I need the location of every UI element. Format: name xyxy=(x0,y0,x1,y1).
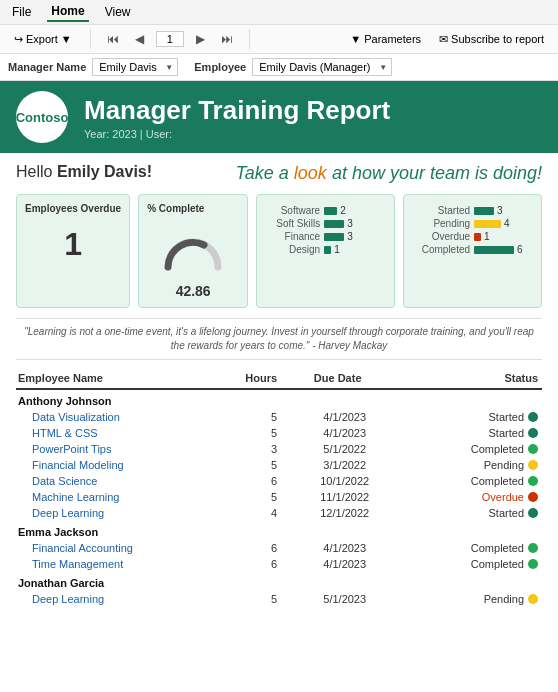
employee-name: Emma Jackson xyxy=(16,521,542,540)
course-hours: 5 xyxy=(218,489,281,505)
status-row: Started 3 xyxy=(412,205,533,216)
status-bar-fill xyxy=(474,246,514,254)
status-dot-icon xyxy=(528,428,538,438)
category-row: Finance 3 xyxy=(265,231,386,242)
course-hours: 5 xyxy=(218,457,281,473)
status-row: Pending 4 xyxy=(412,218,533,229)
table-row: PowerPoint Tips 3 5/1/2022 Completed xyxy=(16,441,542,457)
status-text: Completed xyxy=(471,475,524,487)
nav-prev-button[interactable]: ◀ xyxy=(131,31,148,47)
employee-select-wrap[interactable]: Emily Davis (Manager) xyxy=(252,58,392,76)
parameters-button[interactable]: ▼ Parameters xyxy=(344,31,427,47)
course-status: Completed xyxy=(396,441,542,457)
category-row: Software 2 xyxy=(265,205,386,216)
course-due: 3/1/2022 xyxy=(281,457,396,473)
status-dot-icon xyxy=(528,412,538,422)
status-row: Completed 6 xyxy=(412,244,533,255)
course-due: 12/1/2022 xyxy=(281,505,396,521)
status-label: Started xyxy=(412,205,470,216)
status-bar-wrap: 3 xyxy=(474,205,503,216)
employee-filter-group: Employee Emily Davis (Manager) xyxy=(194,58,392,76)
menu-file[interactable]: File xyxy=(8,3,35,21)
course-status: Started xyxy=(396,409,542,425)
status-dot-icon xyxy=(528,594,538,604)
status-label: Completed xyxy=(412,244,470,255)
course-status: Started xyxy=(396,505,542,521)
table-row: Jonathan Garcia xyxy=(16,572,542,591)
table-row: HTML & CSS 5 4/1/2023 Started xyxy=(16,425,542,441)
category-name: Design xyxy=(265,244,320,255)
course-hours: 5 xyxy=(218,409,281,425)
page-number-input[interactable] xyxy=(156,31,184,47)
overdue-label: Employees Overdue xyxy=(25,203,121,214)
status-count: 6 xyxy=(517,244,523,255)
category-count: 2 xyxy=(340,205,346,216)
table-row: Financial Modeling 5 3/1/2022 Pending xyxy=(16,457,542,473)
parameters-icon: ▼ xyxy=(350,33,361,45)
status-text: Completed xyxy=(471,558,524,570)
status-text: Pending xyxy=(484,593,524,605)
toolbar-separator xyxy=(90,29,91,49)
course-due: 10/1/2022 xyxy=(281,473,396,489)
status-text: Started xyxy=(489,411,524,423)
logo: Contoso xyxy=(16,91,68,143)
menu-home[interactable]: Home xyxy=(47,2,88,22)
course-status: Started xyxy=(396,425,542,441)
nav-last-button[interactable]: ⏭ xyxy=(217,31,237,47)
report-title: Manager Training Report xyxy=(84,95,390,126)
manager-filter-group: Manager Name Emily Davis xyxy=(8,58,178,76)
tagline-post: at how your team is doing! xyxy=(327,163,542,183)
status-dot-icon xyxy=(528,559,538,569)
col-employee-name: Employee Name xyxy=(16,368,218,389)
course-name: Deep Learning xyxy=(16,591,218,607)
greeting-text: Hello xyxy=(16,163,57,180)
manager-select-wrap[interactable]: Emily Davis xyxy=(92,58,178,76)
status-dot-icon xyxy=(528,444,538,454)
course-hours: 6 xyxy=(218,473,281,489)
tagline-highlight: look xyxy=(294,163,327,183)
status-count: 3 xyxy=(497,205,503,216)
category-row: Design 1 xyxy=(265,244,386,255)
menu-bar: File Home View xyxy=(0,0,558,25)
status-text: Started xyxy=(489,507,524,519)
status-dot-icon xyxy=(528,508,538,518)
nav-first-button[interactable]: ⏮ xyxy=(103,31,123,47)
table-row: Deep Learning 4 12/1/2022 Started xyxy=(16,505,542,521)
category-row: Soft Skills 3 xyxy=(265,218,386,229)
status-card: Started 3 Pending 4 Overdue 1 Completed xyxy=(403,194,542,308)
greeting-name: Emily Davis! xyxy=(57,163,152,180)
status-count: 4 xyxy=(504,218,510,229)
kpi-row: Employees Overdue 1 % Complete 42.86 Sof… xyxy=(16,194,542,308)
complete-value: 42.86 xyxy=(147,283,239,299)
course-due: 5/1/2022 xyxy=(281,441,396,457)
category-bar-wrap: 3 xyxy=(324,231,353,242)
status-bar-wrap: 6 xyxy=(474,244,523,255)
subscribe-button[interactable]: ✉ Subscribe to report xyxy=(433,31,550,48)
quote-text: "Learning is not a one-time event, it's … xyxy=(16,318,542,360)
complete-label: % Complete xyxy=(147,203,239,214)
status-bar-fill xyxy=(474,220,501,228)
employee-select[interactable]: Emily Davis (Manager) xyxy=(252,58,392,76)
category-bar xyxy=(324,246,331,254)
hello-text: Hello Emily Davis! xyxy=(16,163,152,181)
category-count: 1 xyxy=(334,244,340,255)
status-row: Overdue 1 xyxy=(412,231,533,242)
export-button[interactable]: ↪ Export ▼ xyxy=(8,31,78,48)
table-row: Data Visualization 5 4/1/2023 Started xyxy=(16,409,542,425)
status-dot-icon xyxy=(528,476,538,486)
course-name: Financial Modeling xyxy=(16,457,218,473)
menu-view[interactable]: View xyxy=(101,3,135,21)
status-bar-wrap: 1 xyxy=(474,231,490,242)
status-text: Completed xyxy=(471,443,524,455)
category-name: Software xyxy=(265,205,320,216)
table-row: Financial Accounting 6 4/1/2023 Complete… xyxy=(16,540,542,556)
category-bar-wrap: 3 xyxy=(324,218,353,229)
course-hours: 4 xyxy=(218,505,281,521)
manager-select[interactable]: Emily Davis xyxy=(92,58,178,76)
course-due: 4/1/2023 xyxy=(281,540,396,556)
status-text: Completed xyxy=(471,542,524,554)
overdue-value: 1 xyxy=(25,218,121,271)
category-name: Soft Skills xyxy=(265,218,320,229)
manager-filter-label: Manager Name xyxy=(8,61,86,73)
nav-next-button[interactable]: ▶ xyxy=(192,31,209,47)
